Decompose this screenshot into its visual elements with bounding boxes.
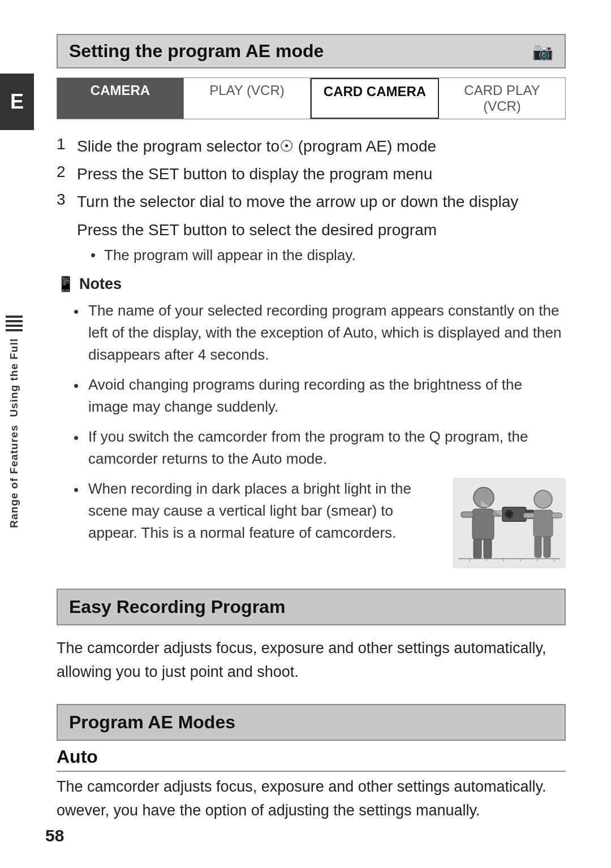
svg-rect-6 xyxy=(484,539,492,559)
section1-title: Setting the program AE mode xyxy=(69,41,324,62)
note-4-text-container: • When recording in dark places a bright… xyxy=(57,478,441,552)
page-container: E Using the Full Range of Features Setti… xyxy=(0,0,611,868)
note-4-text: When recording in dark places a bright l… xyxy=(88,478,441,544)
section3-gap: Program AE Modes Auto The camcorder adju… xyxy=(57,704,566,823)
page-number: 58 xyxy=(45,826,64,845)
section2-title: Easy Recording Program xyxy=(69,597,285,617)
note-1: • The name of your selected recording pr… xyxy=(74,300,566,366)
notes-section: 📱 Notes • The name of your selected reco… xyxy=(57,275,566,568)
step-1-text: Slide the program selector to☉ (program … xyxy=(77,135,436,157)
step-3: 3 Turn the selector dial to move the arr… xyxy=(57,191,566,213)
section2-gap: Easy Recording Program The camcorder adj… xyxy=(57,589,566,684)
note-4: • When recording in dark places a bright… xyxy=(74,478,441,544)
sidebar-e-label: E xyxy=(0,74,34,130)
section2-header: Easy Recording Program xyxy=(57,589,566,625)
notes-title: 📱 Notes xyxy=(57,275,566,293)
tab-play-vcr[interactable]: PLAY (VCR) xyxy=(184,78,311,119)
step-bullet-text: The program will appear in the display. xyxy=(104,247,356,264)
vertical-text-bottom: Range of Features xyxy=(8,425,20,528)
steps-section: 1 Slide the program selector to☉ (progra… xyxy=(57,135,566,264)
illustration xyxy=(453,478,566,568)
section3-header: Program AE Modes xyxy=(57,704,566,741)
note-1-text: The name of your selected recording prog… xyxy=(88,300,566,366)
section1-icon: 📷 xyxy=(532,41,553,61)
step-3-num: 3 xyxy=(57,191,77,209)
svg-rect-14 xyxy=(552,513,562,518)
step-bullet: • The program will appear in the display… xyxy=(91,247,566,264)
svg-point-10 xyxy=(507,512,511,516)
tab-card-camera[interactable]: CARD CAMERA xyxy=(311,78,439,119)
step-2-text: Press the SET button to display the prog… xyxy=(77,163,432,185)
step-3-text: Turn the selector dial to move the arrow… xyxy=(77,191,518,213)
svg-rect-16 xyxy=(544,536,550,558)
note-2: • Avoid changing programs during recordi… xyxy=(74,374,566,418)
camcorder-svg xyxy=(453,478,566,568)
step-1: 1 Slide the program selector to☉ (progra… xyxy=(57,135,566,157)
section3-title: Program AE Modes xyxy=(69,712,235,732)
step-indent: Press the SET button to select the desir… xyxy=(77,219,566,241)
notes-label: Notes xyxy=(79,275,122,293)
svg-point-11 xyxy=(534,490,552,508)
auto-title: Auto xyxy=(57,746,566,772)
note-3: • If you switch the camcorder from the p… xyxy=(74,426,566,470)
notes-icon: 📱 xyxy=(57,275,75,293)
section3-body: The camcorder adjusts focus, exposure an… xyxy=(57,775,566,823)
tab-camera[interactable]: CAMERA xyxy=(57,78,184,119)
svg-rect-2 xyxy=(472,509,494,540)
step-2-num: 2 xyxy=(57,163,77,181)
section2-body: The camcorder adjusts focus, exposure an… xyxy=(57,637,566,684)
note-2-text: Avoid changing programs during recording… xyxy=(88,374,566,418)
svg-rect-12 xyxy=(533,510,553,537)
vertical-label: Using the Full Range of Features xyxy=(6,311,23,532)
note-4-row: • When recording in dark places a bright… xyxy=(57,478,566,568)
svg-rect-3 xyxy=(461,512,474,517)
mode-tabs: CAMERA PLAY (VCR) CARD CAMERA CARD PLAY … xyxy=(57,77,566,119)
vertical-text-top: Using the Full xyxy=(8,338,20,417)
svg-rect-15 xyxy=(535,536,541,558)
section1-header: Setting the program AE mode 📷 xyxy=(57,34,566,68)
step-1-num: 1 xyxy=(57,135,77,153)
svg-rect-13 xyxy=(523,513,535,518)
svg-rect-5 xyxy=(474,539,481,559)
tab-card-play-vcr[interactable]: CARD PLAY (VCR) xyxy=(439,78,565,119)
note-3-text: If you switch the camcorder from the pro… xyxy=(88,426,566,470)
step-2: 2 Press the SET button to display the pr… xyxy=(57,163,566,185)
